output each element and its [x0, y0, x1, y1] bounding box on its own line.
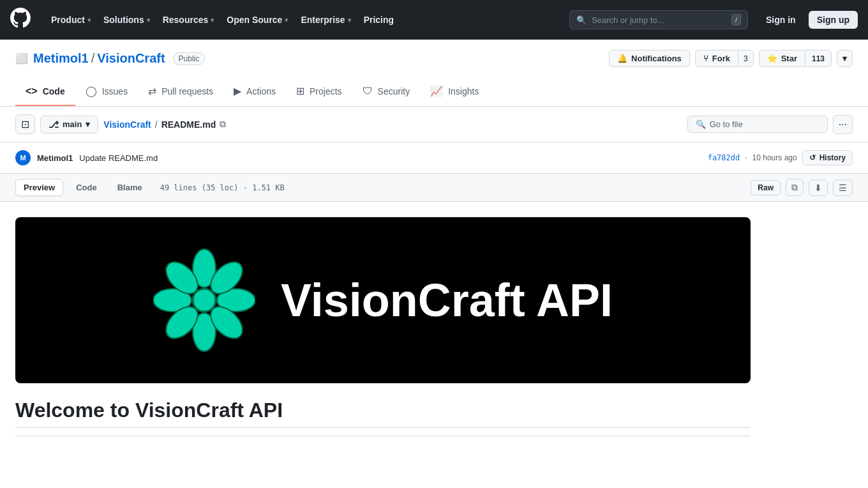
list-view-button[interactable]: ☰ — [833, 179, 853, 196]
fork-icon: ⑂ — [703, 54, 708, 63]
pr-icon: ⇄ — [148, 85, 156, 97]
file-nav: ⊡ ⎇ main ▾ VisionCraft / README.md ⧉ 🔍 G… — [0, 107, 868, 142]
commit-meta: fa782dd · 10 hours ago ↺ History — [708, 150, 853, 165]
readme-content: VisionCraft API Welcome to VisionCraft A… — [0, 202, 766, 452]
commit-message[interactable]: Update README.md — [79, 153, 158, 163]
tab-code[interactable]: <> Code — [15, 77, 75, 106]
preview-tab[interactable]: Preview — [15, 179, 63, 196]
copy-raw-button[interactable]: ⧉ — [786, 179, 804, 196]
repo-actions: 🔔 Notifications ⑂ Fork 3 ⭐ Star 113 — [609, 50, 853, 67]
tab-actions-label: Actions — [246, 86, 276, 96]
visioncraft-logo — [153, 243, 255, 358]
star-icon: ⭐ — [767, 54, 777, 63]
commit-bar: M Metimol1 Update README.md fa782dd · 10… — [0, 142, 868, 174]
readme-banner: VisionCraft API — [15, 217, 751, 383]
tab-issues[interactable]: ◯ Issues — [75, 77, 138, 106]
nav-enterprise[interactable]: Enterprise ▾ — [296, 11, 355, 29]
tab-security[interactable]: 🛡 Security — [352, 77, 421, 106]
bell-icon: 🔔 — [617, 54, 627, 63]
repo-nav: ⬜ Metimol1 / VisionCraft Public 🔔 Notifi… — [0, 40, 868, 107]
tab-insights-label: Insights — [448, 86, 479, 96]
branch-icon: ⎇ — [49, 119, 59, 130]
breadcrumb: Metimol1 / VisionCraft Public — [33, 51, 205, 66]
visibility-badge: Public — [173, 52, 206, 65]
branch-label: main — [63, 119, 82, 129]
tab-actions[interactable]: ▶ Actions — [223, 77, 286, 106]
readme-heading: Welcome to VisionCraft API — [15, 399, 751, 428]
avatar: M — [15, 150, 31, 165]
code-actions: Raw ⧉ ⬇ ☰ — [751, 179, 853, 196]
repo-name[interactable]: VisionCraft — [97, 51, 165, 66]
history-button[interactable]: ↺ History — [802, 150, 853, 165]
download-button[interactable]: ⬇ — [809, 179, 828, 196]
history-icon: ↺ — [809, 153, 816, 162]
chevron-down-icon: ▾ — [87, 17, 91, 24]
tab-security-label: Security — [378, 86, 410, 96]
code-icon: <> — [26, 86, 38, 97]
star-count: 113 — [812, 54, 825, 63]
nav-pricing[interactable]: Pricing — [359, 11, 399, 29]
header-actions: Sign in Sign up — [758, 11, 858, 29]
banner-inner: VisionCraft API — [15, 217, 751, 383]
header-nav: Product ▾ Solutions ▾ Resources ▾ Open S… — [46, 11, 559, 29]
nav-product[interactable]: Product ▾ — [46, 11, 96, 29]
repo-tabs: <> Code ◯ Issues ⇄ Pull requests ▶ Actio… — [15, 77, 853, 106]
nav-pricing-label: Pricing — [364, 15, 394, 25]
nav-opensource[interactable]: Open Source ▾ — [221, 11, 293, 29]
global-search[interactable]: 🔍 Search or jump to... / — [569, 10, 748, 29]
copy-path-button[interactable]: ⧉ — [220, 119, 226, 130]
github-logo[interactable] — [10, 8, 31, 32]
star-button[interactable]: ⭐ Star — [759, 50, 805, 67]
chevron-down-icon: ▾ — [86, 119, 90, 129]
fork-button[interactable]: ⑂ Fork — [695, 50, 738, 67]
breadcrumb-separator: / — [91, 51, 95, 66]
actions-icon: ▶ — [234, 85, 241, 97]
goto-file-placeholder: Go to file — [710, 119, 743, 129]
sidebar-toggle-button[interactable]: ⊡ — [15, 114, 35, 134]
code-tab[interactable]: Code — [68, 179, 105, 195]
search-icon: 🔍 — [576, 15, 587, 25]
commit-author[interactable]: Metimol1 — [37, 153, 73, 163]
fork-count-button[interactable]: 3 — [738, 50, 754, 67]
repo-owner[interactable]: Metimol1 — [33, 51, 89, 66]
sign-in-button[interactable]: Sign in — [758, 11, 804, 28]
notifications-label: Notifications — [631, 54, 682, 63]
chevron-down-icon: ▾ — [147, 17, 150, 24]
star-count-button[interactable]: 113 — [805, 50, 832, 67]
commit-sha[interactable]: fa782dd — [708, 153, 740, 162]
history-label: History — [819, 153, 846, 162]
blame-tab[interactable]: Blame — [110, 179, 150, 195]
search-placeholder: Search or jump to... — [592, 15, 726, 25]
nav-enterprise-label: Enterprise — [301, 15, 345, 25]
file-path-repo[interactable]: VisionCraft — [103, 119, 151, 130]
more-options-button[interactable]: ▾ — [837, 50, 853, 67]
issue-icon: ◯ — [86, 85, 97, 97]
commit-time: 10 hours ago — [752, 153, 797, 162]
fork-count: 3 — [744, 54, 748, 63]
path-separator: / — [155, 119, 158, 130]
security-icon: 🛡 — [363, 86, 373, 97]
sign-up-button[interactable]: Sign up — [809, 11, 858, 29]
tab-issues-label: Issues — [102, 86, 128, 96]
chevron-down-icon: ▾ — [348, 17, 351, 24]
nav-resources[interactable]: Resources ▾ — [158, 11, 220, 29]
fork-label: Fork — [712, 54, 730, 63]
branch-button[interactable]: ⎇ main ▾ — [40, 116, 98, 133]
tab-insights[interactable]: 📈 Insights — [420, 77, 489, 106]
nav-product-label: Product — [51, 15, 85, 25]
tab-pr-label: Pull requests — [161, 86, 213, 96]
repo-icon: ⬜ — [15, 52, 28, 65]
file-path: VisionCraft / README.md ⧉ — [103, 119, 226, 130]
nav-opensource-label: Open Source — [227, 15, 282, 25]
goto-file-input[interactable]: 🔍 Go to file — [687, 116, 828, 133]
more-options-button[interactable]: ··· — [833, 115, 853, 134]
tab-projects-label: Projects — [310, 86, 342, 96]
tab-pull-requests[interactable]: ⇄ Pull requests — [138, 77, 223, 106]
tab-projects[interactable]: ⊞ Projects — [286, 77, 352, 106]
commit-separator: · — [745, 153, 747, 162]
nav-solutions[interactable]: Solutions ▾ — [98, 11, 155, 29]
code-view-bar: Preview Code Blame 49 lines (35 loc) · 1… — [0, 174, 868, 202]
raw-button[interactable]: Raw — [751, 180, 781, 195]
notifications-button[interactable]: 🔔 Notifications — [609, 50, 690, 67]
heading-divider — [15, 436, 751, 436]
